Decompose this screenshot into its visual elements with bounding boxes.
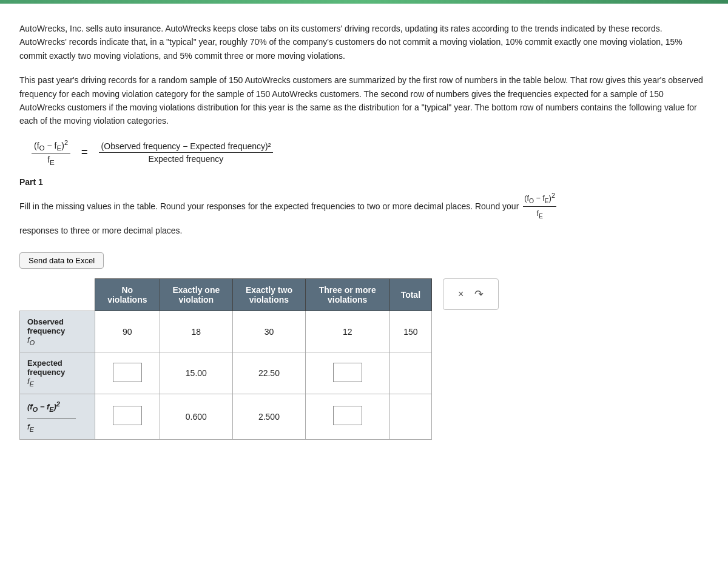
part1-label: Part 1: [19, 177, 709, 187]
header-one-violation: Exactly oneviolation: [160, 278, 233, 311]
header-total: Total: [389, 278, 431, 311]
part1-instruction-post: responses to three or more decimal place…: [19, 224, 182, 237]
row-label-observed: ObservedfrequencyfO: [20, 311, 95, 352]
formula-section: (fO − fE)2 fE = (Observed frequency − Ex…: [32, 139, 709, 166]
formula-lhs: (fO − fE)2 fE: [32, 139, 70, 166]
table-wrapper: Noviolations Exactly oneviolation Exactl…: [19, 278, 709, 440]
cell-expected-one: 15.00: [160, 352, 233, 394]
formula-lhs-denom: fE: [45, 153, 57, 166]
undo-action[interactable]: ↶: [474, 288, 484, 301]
formula-rhs-denom: Expected frequency: [146, 153, 226, 164]
cell-chisq-three[interactable]: [305, 394, 389, 440]
close-action[interactable]: ×: [458, 289, 463, 300]
header-no-violations: Noviolations: [95, 278, 160, 311]
formula-lhs-numer: (fO − fE)2: [32, 139, 70, 153]
cell-observed-no: 90: [95, 311, 160, 352]
part1-instruction-pre: Fill in the missing values in the table.…: [19, 200, 519, 213]
formula-rhs-numer: (Observed frequency − Expected frequency…: [99, 141, 274, 153]
actions-box: × ↶: [443, 278, 499, 310]
table-row-expected: ExpectedfrequencyfE 15.00 22.50: [20, 352, 432, 394]
cell-expected-no[interactable]: [95, 352, 160, 394]
input-chisq-three[interactable]: [333, 406, 362, 425]
cell-expected-total: [389, 352, 431, 394]
cell-chisq-two: 2.500: [233, 394, 306, 440]
part1-inline-formula: (fO − fE)2 fE: [521, 190, 558, 222]
table-row-observed: ObservedfrequencyfO 90 18 30 12 150: [20, 311, 432, 352]
formula-equals: =: [81, 146, 88, 159]
cell-expected-two: 22.50: [233, 352, 306, 394]
cell-expected-three[interactable]: [305, 352, 389, 394]
cell-observed-one: 18: [160, 311, 233, 352]
header-empty: [20, 278, 95, 311]
cell-observed-two: 30: [233, 311, 306, 352]
cell-observed-three: 12: [305, 311, 389, 352]
cell-chisq-no[interactable]: [95, 394, 160, 440]
input-expected-three[interactable]: [333, 363, 362, 382]
header-three-violations: Three or moreviolations: [305, 278, 389, 311]
row-label-chisq: (fO − fE)2 fE: [20, 394, 95, 440]
row-label-expected: ExpectedfrequencyfE: [20, 352, 95, 394]
cell-chisq-total: [389, 394, 431, 440]
part1-instructions: Fill in the missing values in the table.…: [19, 190, 709, 238]
input-expected-no[interactable]: [113, 363, 142, 382]
data-table: Noviolations Exactly oneviolation Exactl…: [19, 278, 432, 440]
top-bar: [0, 0, 728, 4]
formula-rhs: (Observed frequency − Expected frequency…: [99, 141, 274, 164]
send-data-excel-button[interactable]: Send data to Excel: [19, 252, 104, 269]
input-chisq-no[interactable]: [113, 406, 142, 425]
intro-paragraph-1: AutoWrecks, Inc. sells auto insurance. A…: [19, 22, 709, 62]
table-row-chisq: (fO − fE)2 fE 0.600 2.500: [20, 394, 432, 440]
intro-paragraph-2: This past year's driving records for a r…: [19, 73, 709, 128]
cell-observed-total: 150: [389, 311, 431, 352]
cell-chisq-one: 0.600: [160, 394, 233, 440]
header-two-violations: Exactly twoviolations: [233, 278, 306, 311]
